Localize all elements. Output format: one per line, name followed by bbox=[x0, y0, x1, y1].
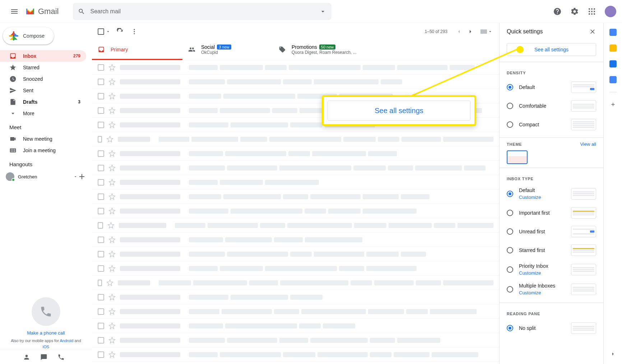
input-tools-button[interactable] bbox=[481, 29, 493, 34]
hangouts-user-row[interactable]: Gretchen bbox=[0, 170, 92, 183]
inbox-type-unread-option[interactable]: Unread first bbox=[500, 222, 603, 241]
select-dropdown-icon[interactable] bbox=[106, 29, 111, 34]
reading-pane-nosplit-option[interactable]: No split bbox=[500, 319, 603, 337]
mail-row[interactable] bbox=[92, 276, 499, 290]
mail-star-button[interactable] bbox=[106, 136, 113, 143]
mail-checkbox[interactable] bbox=[98, 79, 104, 85]
keep-app-icon[interactable] bbox=[609, 45, 617, 52]
hangouts-chat-tab[interactable] bbox=[39, 352, 49, 362]
search-input[interactable] bbox=[90, 8, 319, 15]
nav-starred[interactable]: Starred bbox=[0, 62, 86, 73]
inbox-type-starred-option[interactable]: Starred first bbox=[500, 241, 603, 260]
mail-star-button[interactable] bbox=[108, 78, 116, 85]
density-compact-option[interactable]: Compact bbox=[500, 115, 603, 134]
mail-row[interactable] bbox=[92, 290, 499, 304]
theme-view-all-link[interactable]: View all bbox=[580, 141, 596, 147]
inbox-default-customize-link[interactable]: Customize bbox=[519, 195, 571, 200]
mail-row[interactable] bbox=[92, 132, 499, 146]
inbox-priority-customize-link[interactable]: Customize bbox=[519, 270, 571, 276]
android-link[interactable]: Android bbox=[60, 339, 74, 343]
mail-star-button[interactable] bbox=[108, 308, 116, 315]
mail-star-button[interactable] bbox=[106, 279, 113, 286]
main-menu-button[interactable] bbox=[6, 3, 23, 20]
contacts-app-icon[interactable] bbox=[609, 76, 617, 83]
mail-row[interactable] bbox=[92, 218, 499, 233]
mail-star-button[interactable] bbox=[108, 322, 116, 330]
mail-star-button[interactable] bbox=[108, 64, 116, 71]
callout-button[interactable]: See all settings bbox=[328, 101, 470, 121]
mail-checkbox[interactable] bbox=[98, 251, 104, 257]
mail-row[interactable] bbox=[92, 233, 499, 247]
prev-page-button[interactable] bbox=[453, 26, 465, 37]
mail-star-button[interactable] bbox=[108, 179, 116, 186]
select-all-checkbox[interactable] bbox=[98, 28, 104, 35]
mail-checkbox[interactable] bbox=[98, 64, 104, 71]
mail-checkbox[interactable] bbox=[98, 280, 102, 286]
hangouts-phone-tab[interactable] bbox=[56, 352, 66, 362]
mail-row[interactable] bbox=[92, 261, 499, 276]
tasks-app-icon[interactable] bbox=[609, 60, 617, 67]
inbox-type-default-option[interactable]: Default Customize bbox=[500, 184, 603, 204]
refresh-button[interactable] bbox=[116, 28, 124, 35]
close-quick-settings-button[interactable] bbox=[589, 28, 596, 35]
make-phone-call-link[interactable]: Make a phone call bbox=[0, 330, 92, 336]
mail-star-button[interactable] bbox=[108, 251, 116, 258]
support-button[interactable] bbox=[550, 4, 565, 19]
mail-checkbox[interactable] bbox=[98, 237, 104, 243]
mail-row[interactable] bbox=[92, 161, 499, 175]
mail-star-button[interactable] bbox=[107, 222, 115, 229]
mail-checkbox[interactable] bbox=[98, 150, 104, 157]
mail-checkbox[interactable] bbox=[98, 107, 104, 114]
mail-star-button[interactable] bbox=[108, 207, 116, 215]
tab-primary[interactable]: Primary bbox=[92, 40, 182, 60]
mail-checkbox[interactable] bbox=[98, 337, 104, 344]
density-default-option[interactable]: Default bbox=[500, 78, 603, 97]
mail-checkbox[interactable] bbox=[98, 193, 104, 200]
mail-checkbox[interactable] bbox=[98, 351, 104, 358]
mail-star-button[interactable] bbox=[108, 107, 116, 114]
tab-social[interactable]: Social 3 new OkCupid bbox=[182, 40, 273, 60]
meet-join-meeting[interactable]: Join a meeting bbox=[0, 145, 92, 156]
apps-button[interactable] bbox=[585, 4, 599, 19]
mail-checkbox[interactable] bbox=[98, 308, 104, 315]
hangouts-people-tab[interactable] bbox=[22, 352, 32, 362]
mail-checkbox[interactable] bbox=[98, 179, 104, 186]
mail-checkbox[interactable] bbox=[98, 165, 104, 171]
mail-star-button[interactable] bbox=[108, 294, 116, 301]
settings-button[interactable] bbox=[567, 4, 582, 19]
mail-checkbox[interactable] bbox=[98, 122, 104, 128]
mail-checkbox[interactable] bbox=[98, 294, 104, 300]
search-options-icon[interactable] bbox=[319, 8, 326, 15]
mail-row[interactable] bbox=[92, 347, 499, 362]
mail-checkbox[interactable] bbox=[98, 323, 104, 329]
calendar-app-icon[interactable] bbox=[609, 29, 617, 36]
search-bar[interactable] bbox=[73, 3, 331, 20]
mail-checkbox[interactable] bbox=[98, 222, 103, 229]
compose-button[interactable]: Compose bbox=[3, 27, 54, 45]
mail-star-button[interactable] bbox=[108, 351, 116, 358]
mail-star-button[interactable] bbox=[108, 337, 116, 344]
nav-more[interactable]: More bbox=[0, 108, 86, 119]
hide-side-panel-button[interactable] bbox=[609, 350, 617, 358]
mail-star-button[interactable] bbox=[108, 265, 116, 272]
mail-row[interactable] bbox=[92, 333, 499, 347]
more-actions-button[interactable] bbox=[131, 28, 138, 35]
inbox-multiple-customize-link[interactable]: Customize bbox=[519, 290, 571, 295]
mail-checkbox[interactable] bbox=[98, 136, 102, 143]
inbox-type-important-option[interactable]: Important first bbox=[500, 204, 603, 222]
gmail-logo[interactable]: Gmail bbox=[24, 6, 59, 17]
nav-sent[interactable]: Sent bbox=[0, 85, 86, 96]
account-avatar[interactable] bbox=[605, 6, 616, 17]
inbox-type-multiple-option[interactable]: Multiple Inboxes Customize bbox=[500, 279, 603, 299]
inbox-type-priority-option[interactable]: Priority Inbox Customize bbox=[500, 260, 603, 279]
mail-star-button[interactable] bbox=[108, 236, 116, 243]
mail-row[interactable] bbox=[92, 190, 499, 204]
mail-star-button[interactable] bbox=[108, 121, 116, 129]
mail-star-button[interactable] bbox=[108, 93, 116, 100]
ios-link[interactable]: iOS bbox=[43, 345, 49, 349]
mail-row[interactable] bbox=[92, 175, 499, 190]
chevron-down-icon[interactable] bbox=[73, 174, 78, 179]
mail-row[interactable] bbox=[92, 75, 499, 89]
mail-row[interactable] bbox=[92, 146, 499, 161]
density-comfortable-option[interactable]: Comfortable bbox=[500, 97, 603, 115]
